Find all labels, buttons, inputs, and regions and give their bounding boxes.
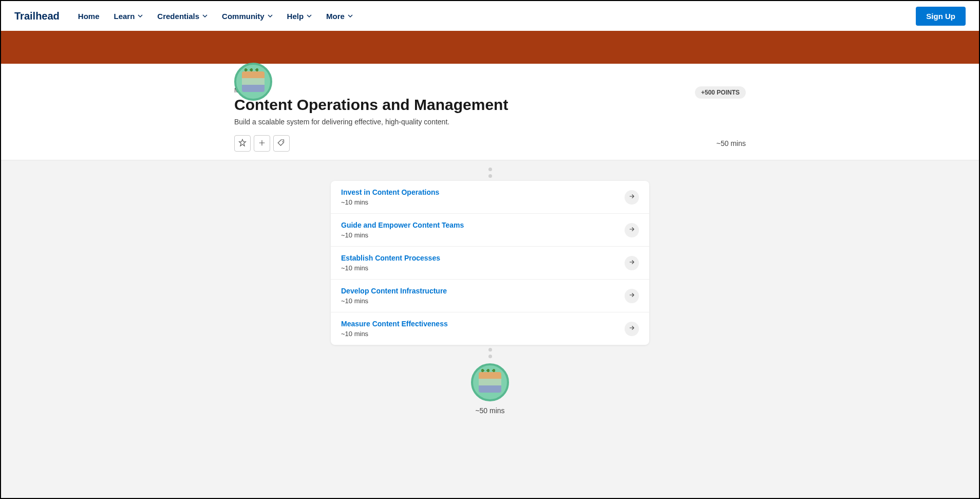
nav-learn-label: Learn (114, 12, 135, 21)
unit-row: Guide and Empower Content Teams ~10 mins (331, 214, 649, 247)
footer-duration: ~50 mins (475, 406, 504, 415)
nav-learn[interactable]: Learn (114, 12, 143, 21)
nav-community-label: Community (222, 12, 265, 21)
nav-home[interactable]: Home (78, 12, 100, 21)
tag-icon (277, 138, 286, 149)
unit-title[interactable]: Develop Content Infrastructure (341, 287, 625, 295)
arrow-right-icon (628, 324, 635, 334)
module-header: Module Content Operations and Management… (1, 64, 979, 160)
chevron-down-icon (348, 13, 353, 19)
arrow-right-icon (628, 258, 635, 268)
arrow-right-icon (628, 193, 635, 202)
nav-help-label: Help (287, 12, 304, 21)
svg-point-0 (282, 141, 283, 142)
module-label: Module (234, 86, 695, 94)
points-badge: +500 POINTS (695, 86, 746, 99)
nav-community[interactable]: Community (222, 12, 273, 21)
unit-row: Measure Content Effectiveness ~10 mins (331, 312, 649, 345)
unit-go-button[interactable] (625, 256, 639, 270)
unit-title[interactable]: Establish Content Processes (341, 254, 625, 262)
top-nav: Trailhead Home Learn Credentials Communi… (1, 1, 979, 31)
unit-title[interactable]: Measure Content Effectiveness (341, 320, 625, 328)
arrow-right-icon (628, 226, 635, 235)
module-title: Content Operations and Management (234, 96, 695, 114)
units-list: Invest in Content Operations ~10 mins Gu… (331, 181, 649, 345)
plus-icon (257, 138, 267, 149)
unit-duration: ~10 mins (341, 330, 625, 338)
unit-duration: ~10 mins (341, 297, 625, 305)
unit-row: Establish Content Processes ~10 mins (331, 247, 649, 280)
unit-row: Develop Content Infrastructure ~10 mins (331, 280, 649, 312)
unit-duration: ~10 mins (341, 264, 625, 272)
star-icon (238, 138, 247, 149)
unit-duration: ~10 mins (341, 231, 625, 239)
unit-title[interactable]: Invest in Content Operations (341, 188, 625, 196)
chevron-down-icon (202, 13, 208, 19)
unit-go-button[interactable] (625, 223, 639, 237)
unit-row: Invest in Content Operations ~10 mins (331, 181, 649, 214)
nav-more[interactable]: More (326, 12, 353, 21)
module-badge-icon (234, 63, 272, 101)
signup-button[interactable]: Sign Up (916, 7, 966, 26)
nav-more-label: More (326, 12, 345, 21)
main-area: Invest in Content Operations ~10 mins Gu… (1, 160, 979, 499)
module-duration: ~50 mins (717, 139, 746, 147)
module-badge-icon (471, 363, 509, 401)
arrow-right-icon (628, 291, 635, 301)
tags-button[interactable] (273, 135, 290, 152)
unit-go-button[interactable] (625, 289, 639, 303)
unit-duration: ~10 mins (341, 198, 625, 206)
chevron-down-icon (268, 13, 273, 19)
nav-home-label: Home (78, 12, 100, 21)
connector-dots-bottom (331, 345, 649, 361)
nav-help[interactable]: Help (287, 12, 312, 21)
favorite-button[interactable] (234, 135, 251, 152)
nav-links: Home Learn Credentials Community Help Mo… (78, 12, 353, 21)
chevron-down-icon (307, 13, 312, 19)
connector-dots-top (331, 164, 649, 181)
logo[interactable]: Trailhead (14, 10, 60, 22)
add-button[interactable] (254, 135, 270, 152)
nav-credentials-label: Credentials (157, 12, 199, 21)
unit-go-button[interactable] (625, 322, 639, 336)
footer-badge: ~50 mins (331, 361, 649, 415)
module-description: Build a scalable system for delivering e… (234, 118, 695, 126)
unit-title[interactable]: Guide and Empower Content Teams (341, 221, 625, 229)
chevron-down-icon (138, 13, 143, 19)
unit-go-button[interactable] (625, 190, 639, 205)
banner (1, 31, 979, 64)
nav-credentials[interactable]: Credentials (157, 12, 208, 21)
